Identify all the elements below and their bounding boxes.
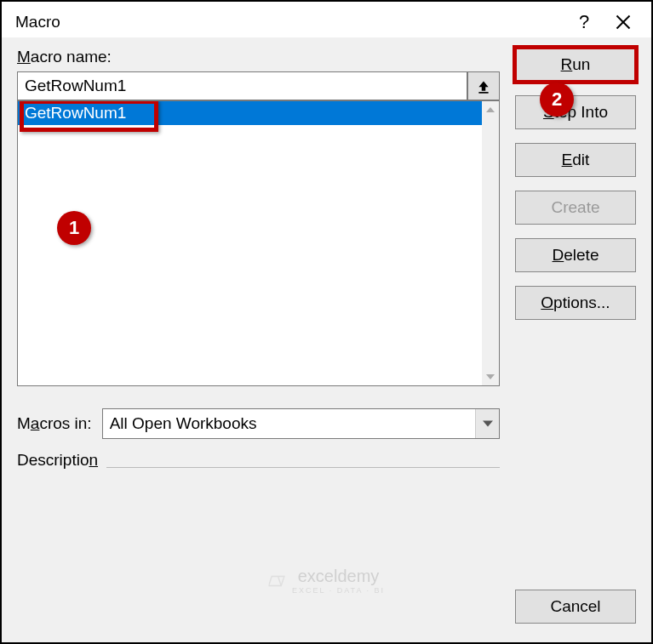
close-button[interactable]	[604, 9, 643, 36]
macros-in-dropdown[interactable]: All Open Workbooks	[102, 408, 500, 439]
create-button: Create	[515, 191, 636, 225]
scrollbar[interactable]	[482, 101, 499, 385]
button-column: Run Step Into Edit Create Delete Options…	[515, 48, 636, 574]
description-label: Description	[17, 451, 98, 470]
dialog-title: Macro	[15, 13, 564, 31]
macro-name-label: Macro name:	[17, 48, 500, 66]
go-to-macro-button[interactable]	[467, 71, 500, 100]
edit-button[interactable]: Edit	[515, 143, 636, 177]
macros-in-value: All Open Workbooks	[110, 414, 475, 433]
description-row: Description	[17, 451, 500, 475]
scroll-up-icon	[482, 101, 499, 118]
macro-name-row	[17, 71, 500, 100]
dialog-content: Macro name: GetRowNum1	[2, 37, 651, 590]
up-arrow-icon	[476, 78, 491, 94]
macros-in-row: Macros in: All Open Workbooks	[17, 408, 500, 439]
step-into-button[interactable]: Step Into	[515, 95, 636, 129]
help-button[interactable]: ?	[564, 9, 604, 36]
close-icon	[615, 14, 632, 31]
left-column: Macro name: GetRowNum1	[17, 48, 500, 574]
macros-in-label: Macros in:	[17, 414, 92, 433]
scroll-down-icon	[482, 368, 499, 385]
description-divider	[106, 467, 500, 468]
options-button[interactable]: Options...	[515, 286, 636, 320]
chevron-down-icon	[475, 409, 499, 438]
list-item[interactable]: GetRowNum1	[18, 101, 482, 125]
macro-dialog: Macro ? Macro name: GetRowNum1	[2, 2, 651, 642]
dialog-footer: Cancel	[2, 590, 651, 642]
titlebar: Macro ?	[2, 2, 651, 37]
cancel-button[interactable]: Cancel	[515, 590, 636, 624]
run-button[interactable]: Run	[515, 48, 636, 82]
macro-list[interactable]: GetRowNum1	[17, 100, 500, 386]
delete-button[interactable]: Delete	[515, 238, 636, 272]
macro-name-input[interactable]	[17, 71, 467, 100]
